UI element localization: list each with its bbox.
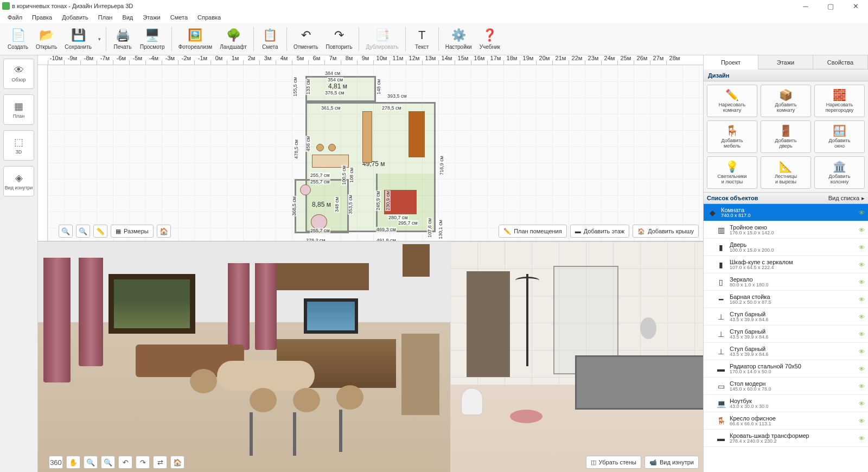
- menu-Справка[interactable]: Справка: [193, 13, 225, 22]
- visibility-icon[interactable]: 👁: [859, 400, 865, 407]
- minimize-button[interactable]: ─: [793, 0, 818, 12]
- object-item[interactable]: 💻Ноутбук43.0 x 30.0 x 30.0👁: [704, 395, 868, 412]
- menu-Этажи[interactable]: Этажи: [138, 13, 164, 22]
- print-button[interactable]: 🖨️Печать: [110, 24, 136, 54]
- plan-canvas[interactable]: 4,81 м 384 см 354 см 376,5 см 155,5 см 1…: [48, 65, 703, 241]
- redo-button[interactable]: ↷Повторить: [323, 24, 356, 54]
- add-floor-button[interactable]: ▬Добавить этаж: [570, 225, 629, 238]
- object-item[interactable]: ▬Радиатор стальной 70x50170.0 x 14.0 x 5…: [704, 360, 868, 378]
- zoom-out-button[interactable]: 🔍: [59, 225, 73, 238]
- plan-view-2d[interactable]: 4,81 м 384 см 354 см 376,5 см 155,5 см 1…: [38, 65, 703, 241]
- hand-tool-button[interactable]: ✋: [66, 456, 80, 469]
- tab-Проект[interactable]: Проект: [704, 55, 758, 69]
- furn-wash[interactable]: [300, 184, 311, 195]
- settings-button[interactable]: ⚙️Настройки: [442, 24, 475, 54]
- visibility-icon[interactable]: 👁: [859, 279, 865, 285]
- estimate-button[interactable]: 📋Смета: [257, 24, 283, 54]
- visibility-icon[interactable]: 👁: [859, 296, 865, 303]
- design-btn[interactable]: 🧱Нарисоватьперегородку: [814, 85, 865, 117]
- visibility-icon[interactable]: 👁: [859, 383, 865, 390]
- design-btn[interactable]: 🪟Добавитьокно: [814, 120, 865, 153]
- undo-button[interactable]: ↶Отменить: [290, 24, 322, 54]
- floorplan[interactable]: 4,81 м 384 см 354 см 376,5 см 155,5 см 1…: [295, 76, 444, 241]
- design-btn[interactable]: 💡Светильникии люстры: [707, 156, 757, 189]
- object-item[interactable]: ▮Дверь100.0 x 15.0 x 200.0👁: [704, 239, 868, 256]
- inside-view-button[interactable]: 📹Вид изнутри: [644, 456, 699, 469]
- rotate-360-button[interactable]: 360: [49, 456, 63, 469]
- rotate-left-button[interactable]: ↶: [118, 456, 132, 469]
- preview-button[interactable]: 🖥️Просмотр: [137, 24, 168, 54]
- object-item[interactable]: ▮Шкаф-купе с зеркалом107.0 x 64.5 x 222.…: [704, 256, 868, 273]
- object-item[interactable]: ⊥Стул барный43.5 x 39.9 x 84.6👁: [704, 308, 868, 326]
- remove-walls-button[interactable]: ◫Убрать стены: [586, 456, 641, 469]
- zoom-in-button[interactable]: 🔍: [76, 225, 90, 238]
- object-item[interactable]: ▯Зеркало80.0 x 1.0 x 180.0👁: [704, 273, 868, 291]
- view-overview-button[interactable]: 👁Обзор: [3, 59, 34, 89]
- create-button[interactable]: 📄Создать: [4, 24, 31, 54]
- dimensions-toggle[interactable]: ▦Размеры: [111, 225, 154, 238]
- visibility-icon[interactable]: 👁: [859, 261, 865, 268]
- view-3d-button[interactable]: ⬚3D: [3, 130, 34, 161]
- design-btn[interactable]: 🚪Добавитьдверь: [761, 120, 811, 153]
- zoom-in-3d-button[interactable]: 🔍: [101, 456, 115, 469]
- tutorial-button[interactable]: ❓Учебник: [476, 24, 503, 54]
- object-item[interactable]: ━Барная стойка160.2 x 50.0 x 87.5👁: [704, 291, 868, 308]
- visibility-icon[interactable]: 👁: [859, 418, 865, 424]
- object-item[interactable]: ◆Комната740.0 x 817.0👁: [704, 204, 868, 221]
- duplicate-button[interactable]: 📑Дублировать: [362, 24, 401, 54]
- furn-stool2[interactable]: [328, 144, 336, 151]
- visibility-icon[interactable]: 👁: [859, 244, 865, 251]
- design-btn[interactable]: 📦Добавитькомнату: [761, 85, 811, 117]
- object-item[interactable]: 🪑Кресло офисное66.6 x 66.6 x 113.1👁: [704, 412, 868, 430]
- furn-stool1[interactable]: [316, 144, 324, 151]
- design-btn[interactable]: 🪑Добавитьмебель: [707, 120, 757, 153]
- add-roof-button[interactable]: 🏠Добавить крышу: [633, 225, 699, 238]
- visibility-icon[interactable]: 👁: [859, 331, 865, 337]
- furn-wardrobe[interactable]: [409, 111, 425, 157]
- menu-Добавить[interactable]: Добавить: [58, 13, 93, 22]
- object-item[interactable]: ▬Кровать-шкаф трансформер278.4 x 240.0 x…: [704, 430, 868, 447]
- save-button[interactable]: 💾Сохранить: [61, 24, 95, 54]
- menu-Файл[interactable]: Файл: [3, 13, 27, 22]
- visibility-icon[interactable]: 👁: [859, 227, 865, 233]
- design-btn[interactable]: 📐Лестницыи вырезы: [761, 156, 811, 189]
- furn-toilet[interactable]: [311, 214, 327, 229]
- view-plan-button[interactable]: ▦План: [3, 94, 34, 125]
- tab-Этажи[interactable]: Этажи: [758, 55, 813, 69]
- home-button[interactable]: 🏠: [157, 225, 171, 238]
- photoreal-button[interactable]: 🖼️Фотореализм: [175, 24, 216, 54]
- view-inside-button[interactable]: ◈Вид изнутри: [3, 166, 34, 196]
- landscape-button[interactable]: 🌳Ландшафт: [216, 24, 250, 54]
- object-item[interactable]: ⊥Стул барный43.5 x 39.9 x 84.6👁: [704, 326, 868, 343]
- rotate-right-button[interactable]: ↷: [136, 456, 150, 469]
- save-dropdown[interactable]: ▾: [96, 24, 103, 54]
- object-item[interactable]: ⊥Стул барный43.5 x 39.9 x 84.6👁: [704, 343, 868, 360]
- open-button[interactable]: 📂Открыть: [33, 24, 60, 54]
- visibility-icon[interactable]: 👁: [859, 314, 865, 320]
- visibility-icon[interactable]: 👁: [859, 435, 865, 442]
- menu-План[interactable]: План: [94, 13, 117, 22]
- object-list[interactable]: ◆Комната740.0 x 817.0👁▥Тройное окно176.0…: [704, 204, 868, 472]
- design-btn[interactable]: 🏛️Добавитьколонну: [814, 156, 865, 189]
- menu-Вид[interactable]: Вид: [118, 13, 137, 22]
- menu-Правка[interactable]: Правка: [28, 13, 56, 22]
- visibility-icon[interactable]: 👁: [859, 366, 865, 372]
- menu-Смета[interactable]: Смета: [166, 13, 192, 22]
- flip-button[interactable]: ⇄: [153, 456, 167, 469]
- zoom-out-3d-button[interactable]: 🔍: [84, 456, 98, 469]
- visibility-icon[interactable]: 👁: [859, 209, 865, 216]
- furn-sofa[interactable]: [362, 111, 372, 163]
- floorplan-button[interactable]: ✏️План помещения: [499, 225, 567, 238]
- object-item[interactable]: ▥Тройное окно176.0 x 15.0 x 142.0👁: [704, 221, 868, 239]
- home-3d-button[interactable]: 🏠: [170, 456, 184, 469]
- list-view-toggle[interactable]: Вид списка▸: [828, 195, 865, 202]
- object-item[interactable]: ▭Стол модерн145.0 x 60.0 x 78.0👁: [704, 378, 868, 395]
- visibility-icon[interactable]: 👁: [859, 348, 865, 355]
- design-btn[interactable]: ✏️Нарисоватькомнату: [707, 85, 757, 117]
- view-3d[interactable]: 360 ✋ 🔍 🔍 ↶ ↷ ⇄ 🏠 ◫Убрать стены 📹Вид изн…: [38, 241, 703, 472]
- tab-Свойства[interactable]: Свойства: [813, 55, 868, 69]
- close-button[interactable]: ✕: [843, 0, 868, 12]
- measure-button[interactable]: 📏: [93, 225, 107, 238]
- maximize-button[interactable]: ▢: [818, 0, 843, 12]
- text-button[interactable]: TТекст: [409, 24, 435, 54]
